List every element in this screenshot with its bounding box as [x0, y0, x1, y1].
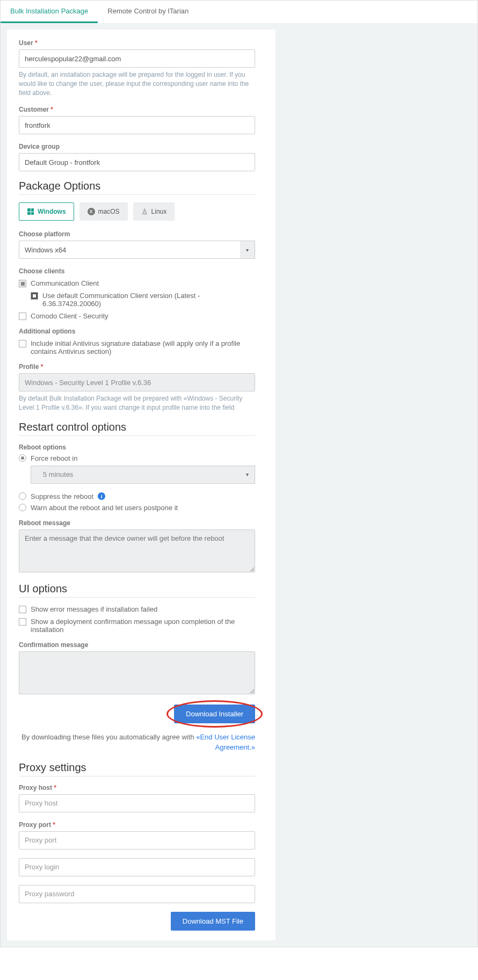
choose-clients-label: Choose clients: [19, 267, 255, 275]
show-confirm-label: Show a deployment confirmation message u…: [31, 618, 255, 634]
user-input[interactable]: [19, 49, 255, 68]
force-reboot-label: Force reboot in: [31, 454, 77, 462]
reboot-message-textarea: [19, 529, 255, 572]
info-icon[interactable]: i: [98, 492, 105, 500]
proxy-login-input[interactable]: [19, 858, 255, 876]
proxy-host-input[interactable]: [19, 794, 255, 812]
show-errors-checkbox[interactable]: [19, 606, 26, 613]
proxy-title: Proxy settings: [19, 761, 255, 776]
antivirus-db-checkbox[interactable]: [19, 340, 26, 347]
device-group-input[interactable]: [19, 153, 255, 171]
profile-input: [19, 373, 255, 391]
suppress-reboot-radio[interactable]: [19, 492, 26, 500]
ui-options-title: UI options: [19, 583, 255, 598]
chevron-down-icon[interactable]: ▾: [240, 241, 255, 259]
force-reboot-radio[interactable]: [19, 454, 26, 462]
customer-label: Customer *: [19, 106, 255, 113]
comodo-client-checkbox[interactable]: [19, 313, 26, 320]
eula-text: By downloading these files you automatic…: [19, 732, 255, 753]
platform-linux[interactable]: ♙ Linux: [133, 202, 175, 221]
choose-platform-select[interactable]: [19, 241, 255, 259]
communication-client-label: Communication Client: [31, 279, 99, 287]
macos-icon: X: [88, 208, 95, 215]
proxy-host-label: Proxy host *: [19, 784, 255, 792]
warn-reboot-label: Warn about the reboot and let users post…: [31, 504, 178, 512]
suppress-reboot-label: Suppress the reboot: [31, 492, 93, 500]
confirmation-message-label: Confirmation message: [19, 641, 255, 649]
reboot-message-label: Reboot message: [19, 519, 255, 527]
profile-label: Profile *: [19, 363, 255, 371]
tab-remote-control[interactable]: Remote Control by ITarian: [98, 1, 198, 23]
proxy-port-label: Proxy port *: [19, 821, 255, 829]
user-label: User *: [19, 39, 255, 47]
tabs: Bulk Installation Package Remote Control…: [1, 1, 477, 23]
tab-bulk-installation[interactable]: Bulk Installation Package: [1, 1, 98, 23]
warn-reboot-radio[interactable]: [19, 504, 26, 511]
download-installer-button[interactable]: Download Installer: [174, 705, 255, 723]
profile-help: By default Bulk Installation Package wil…: [19, 394, 255, 412]
confirmation-message-textarea: [19, 651, 255, 694]
download-mst-button[interactable]: Download MST File: [171, 912, 255, 931]
show-errors-label: Show error messages if installation fail…: [31, 605, 157, 613]
show-confirm-checkbox[interactable]: [19, 618, 26, 626]
user-help: By default, an installation package will…: [19, 70, 255, 97]
customer-input[interactable]: [19, 116, 255, 134]
linux-icon: ♙: [141, 207, 148, 216]
reboot-options-label: Reboot options: [19, 444, 255, 451]
default-comm-client-label: Use default Communication Client version…: [42, 292, 255, 308]
restart-title: Restart control options: [19, 421, 255, 436]
package-options-title: Package Options: [19, 180, 255, 195]
default-comm-client-checkbox[interactable]: [31, 292, 38, 300]
proxy-password-input[interactable]: [19, 885, 255, 903]
choose-platform-label: Choose platform: [19, 230, 255, 238]
platform-windows[interactable]: Windows: [19, 202, 74, 221]
proxy-port-input[interactable]: [19, 831, 255, 850]
device-group-label: Device group: [19, 143, 255, 150]
eula-link[interactable]: «End User License Agreement.»: [196, 733, 255, 752]
chevron-down-icon[interactable]: ▾: [240, 466, 255, 484]
comodo-client-label: Comodo Client - Security: [31, 312, 108, 320]
communication-client-checkbox[interactable]: [19, 280, 26, 287]
windows-icon: [27, 208, 34, 215]
additional-options-label: Additional options: [19, 328, 255, 335]
platform-macos[interactable]: X macOS: [79, 202, 128, 221]
antivirus-db-label: Include initial Antivirus signature data…: [31, 339, 255, 355]
force-reboot-time-select[interactable]: [31, 466, 255, 484]
